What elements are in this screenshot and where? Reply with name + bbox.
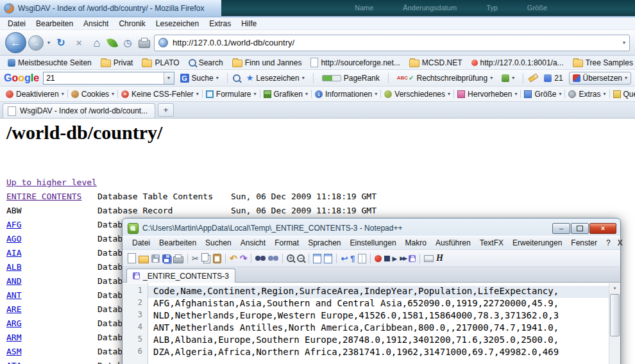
word-find-counter[interactable]: 21: [541, 72, 566, 84]
entry-link[interactable]: ALB: [6, 260, 97, 274]
save-all-icon[interactable]: [162, 254, 171, 263]
entry-link[interactable]: ARG: [6, 317, 97, 331]
menu-datei[interactable]: Datei: [3, 18, 31, 29]
npp-menu-ansicht[interactable]: Ansicht: [236, 238, 270, 247]
print-button[interactable]: [139, 40, 150, 48]
scrollbar-thumb[interactable]: [610, 294, 620, 336]
notepadpp-editor[interactable]: 1 2 3 4 5 6 Code,Name,Continent,Region,S…: [123, 283, 620, 364]
entry-link[interactable]: ENTIRE CONTENTS: [6, 190, 97, 204]
spellcheck-button[interactable]: ABC ✓ Rechtschreibprüfung ▾: [394, 72, 496, 84]
maximize-button[interactable]: [571, 223, 589, 234]
history-clock-button[interactable]: ◷: [121, 36, 135, 50]
bookmark-search[interactable]: Search: [185, 58, 227, 67]
refresh-button[interactable]: ↻: [54, 36, 68, 50]
pagerank-widget[interactable]: PageRank: [319, 72, 383, 84]
bookmark-mcsd-net[interactable]: MCSD.NET: [405, 58, 466, 67]
webdev-css-fehler[interactable]: ×Keine CSS-Fehler▾: [118, 90, 202, 99]
npp-menu-makro[interactable]: Makro: [401, 238, 431, 247]
npp-tab-entire-contents[interactable]: _ENTIRE_CONTENTS-3: [126, 269, 235, 283]
google-search-box[interactable]: ▾: [43, 72, 174, 85]
cut-icon[interactable]: ✂: [192, 254, 199, 263]
npp-menu-textfx[interactable]: TextFX: [475, 238, 508, 247]
menu-bearbeiten[interactable]: Bearbeiten: [31, 18, 78, 29]
menu-chronik[interactable]: Chronik: [114, 18, 150, 29]
bookmark-localhost-8001[interactable]: http://127.0.0.1:8001/a...: [468, 58, 568, 67]
npp-menu-erweiterungen[interactable]: Erweiterungen: [508, 238, 566, 247]
macro-record-icon[interactable]: [375, 255, 382, 262]
bookmark-tree-samples[interactable]: Tree Samples: [569, 58, 635, 67]
minimize-button[interactable]: –: [552, 223, 570, 234]
redo-icon[interactable]: ↷: [240, 253, 248, 263]
npp-menu-format[interactable]: Format: [270, 238, 303, 247]
bookmark-meistbesuchte-seiten[interactable]: Meistbesuchte Seiten: [4, 58, 96, 67]
find-icon[interactable]: [255, 255, 266, 261]
close-button[interactable]: ×: [589, 223, 616, 234]
webdev-extras[interactable]: Extras▾: [565, 90, 609, 99]
npp-menu-datei[interactable]: Datei: [128, 238, 155, 247]
webdev-deaktivieren[interactable]: Deaktivieren▾: [3, 90, 67, 99]
replace-icon[interactable]: [268, 255, 278, 261]
print-icon[interactable]: [173, 256, 183, 263]
notepadpp-titlebar[interactable]: C:\Users\Martin\AppData\Local\Temp\_ENTI…: [123, 219, 620, 236]
entry-link[interactable]: AGO: [6, 232, 97, 246]
entry-link[interactable]: AND: [6, 274, 97, 288]
npp-menu-sprachen[interactable]: Sprachen: [303, 238, 345, 247]
url-input[interactable]: [171, 37, 620, 48]
new-file-icon[interactable]: [128, 253, 136, 263]
macro-save-icon[interactable]: [409, 255, 416, 262]
history-dropdown[interactable]: ▾: [47, 40, 50, 46]
zoom-in-icon[interactable]: +: [287, 254, 294, 262]
tab-wsgidav[interactable]: WsgiDAV - Index of /world-db/count...: [3, 103, 155, 118]
undo-icon[interactable]: ↶: [230, 253, 237, 263]
bookmark-privat[interactable]: Privat: [97, 58, 137, 67]
translate-button[interactable]: Übersetzen ▾: [569, 72, 631, 85]
google-search-history-dropdown[interactable]: ▾: [164, 72, 174, 84]
highlight-search-icon[interactable]: [233, 74, 241, 82]
save-icon[interactable]: [151, 254, 160, 263]
autofill-button[interactable]: ▾: [498, 73, 518, 83]
entry-link[interactable]: ANT: [6, 288, 97, 302]
entry-link[interactable]: ASM: [6, 345, 97, 359]
stop-button[interactable]: ×: [72, 36, 86, 50]
vertical-scrollbar[interactable]: ▾: [609, 283, 620, 364]
google-bookmarks-button[interactable]: ★ Lesezeichen ▾: [243, 72, 308, 84]
new-tab-button[interactable]: +: [158, 103, 174, 117]
html-preview-icon[interactable]: H: [436, 253, 443, 263]
macro-stop-icon[interactable]: [384, 256, 390, 261]
editor-text[interactable]: Code,Name,Continent,Region,SurfaceArea,I…: [148, 283, 620, 364]
webdev-formulare[interactable]: Formulare▾: [203, 90, 260, 99]
webdev-groesse[interactable]: Größe▾: [521, 90, 564, 99]
menu-hilfe[interactable]: Hilfe: [236, 18, 262, 29]
npp-doc-close-button[interactable]: X: [615, 238, 625, 247]
google-search-input[interactable]: [44, 74, 163, 83]
entry-link[interactable]: ABW: [6, 204, 97, 218]
webdev-grafiken[interactable]: Grafiken▾: [260, 90, 311, 99]
npp-menu-hilfe[interactable]: ?: [602, 238, 615, 247]
sage-feather-icon[interactable]: [106, 37, 118, 49]
background-explorer-window[interactable]: Name Änderungsdatum Typ Größe: [221, 0, 635, 16]
url-bar[interactable]: ▾: [154, 35, 630, 51]
forward-button[interactable]: →: [28, 35, 44, 51]
entry-link[interactable]: ARM: [6, 331, 97, 345]
word-wrap-icon[interactable]: ↩: [341, 254, 348, 263]
webdev-hervorheben[interactable]: Hervorheben▾: [454, 90, 520, 99]
indent-guide-icon[interactable]: [358, 254, 366, 263]
webdev-quelltext[interactable]: Quelltext▾: [610, 90, 635, 99]
menu-ansicht[interactable]: Ansicht: [78, 18, 114, 29]
scroll-up-icon[interactable]: ▾: [609, 283, 620, 294]
npp-menu-einstellungen[interactable]: Einstellungen: [346, 238, 401, 247]
entry-link[interactable]: ARE: [6, 302, 97, 317]
back-button[interactable]: ←: [5, 32, 26, 53]
open-file-icon[interactable]: [139, 256, 149, 263]
macro-run-multiple-icon[interactable]: ▶▶: [400, 255, 406, 261]
bookmark-plato[interactable]: PLATO: [138, 58, 183, 67]
entry-link[interactable]: ATA: [6, 359, 97, 364]
webdev-verschiedenes[interactable]: Verschiedenes▾: [381, 90, 453, 99]
up-to-higher-level-link[interactable]: Up to higher level: [6, 176, 377, 190]
show-all-characters-icon[interactable]: ¶: [350, 254, 355, 263]
macro-play-icon[interactable]: ▶: [393, 255, 398, 262]
menu-extras[interactable]: Extras: [204, 18, 236, 29]
webdev-informationen[interactable]: iInformationen▾: [312, 90, 380, 99]
npp-menu-bearbeiten[interactable]: Bearbeiten: [155, 238, 201, 247]
entry-link[interactable]: AFG: [6, 218, 97, 232]
